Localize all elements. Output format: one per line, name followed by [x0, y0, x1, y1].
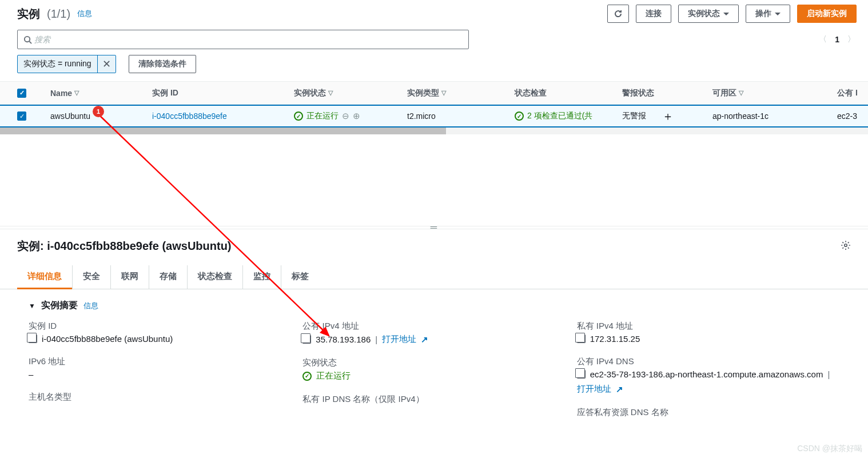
label-public-ipv4: 公有 IPv4 地址: [302, 321, 565, 332]
summary-heading: 实例摘要: [41, 300, 78, 312]
search-box[interactable]: [17, 30, 469, 49]
remove-filter-icon[interactable]: ✕: [98, 58, 116, 70]
detail-tabs: 详细信息 安全 联网 存储 状态检查 监控 标签: [0, 265, 868, 289]
copy-icon[interactable]: [29, 334, 37, 343]
table-header: ✓ Name▽ 实例 ID 实例状态▽ 实例类型▽ 状态检查 警报状态 可用区▽…: [0, 82, 868, 105]
connect-button[interactable]: 连接: [636, 5, 671, 23]
copy-icon[interactable]: [577, 334, 586, 343]
instance-count: (1/1): [47, 7, 70, 21]
grip-icon: ═: [431, 222, 437, 233]
external-link-icon: ↗: [616, 384, 623, 395]
caret-down-icon: [775, 13, 781, 15]
col-public[interactable]: 公有 I: [837, 88, 868, 98]
cell-type: t2.micro: [407, 111, 515, 121]
summary-info-link[interactable]: 信息: [83, 301, 98, 311]
prev-page[interactable]: 〈: [819, 34, 827, 45]
settings-icon[interactable]: [841, 240, 851, 252]
refresh-button[interactable]: [607, 5, 629, 23]
label-state: 实例状态: [302, 357, 565, 368]
col-status-check[interactable]: 状态检查: [515, 88, 622, 98]
table-row[interactable]: ✓ awsUbuntu i-040cc5fbb88be9efe ✓ 正在运行 ⊖…: [0, 105, 868, 128]
value-instance-id: i-040cc5fbb88be9efe (awsUbuntu): [42, 334, 173, 344]
status-ok-icon: ✓: [302, 372, 312, 381]
actions-menu[interactable]: 操作: [746, 5, 790, 23]
open-address-link[interactable]: 打开地址: [577, 384, 611, 395]
pager: 〈 1 〉: [819, 34, 855, 45]
col-state[interactable]: 实例状态▽: [294, 88, 407, 98]
tab-monitoring[interactable]: 监控: [242, 265, 281, 289]
caret-down-icon: [723, 13, 729, 15]
value-ipv6: –: [29, 369, 291, 379]
label-hostname-type: 主机名类型: [29, 392, 291, 403]
svg-point-1: [845, 244, 847, 247]
search-input[interactable]: [34, 35, 463, 44]
col-id[interactable]: 实例 ID: [152, 88, 294, 98]
value-public-dns: ec2-35-78-193-186.ap-northeast-1.compute…: [590, 369, 823, 379]
col-type[interactable]: 实例类型▽: [407, 88, 515, 98]
zoom-in-icon[interactable]: ⊕: [353, 111, 360, 121]
value-private-ipv4: 172.31.15.25: [590, 334, 640, 344]
tab-details[interactable]: 详细信息: [17, 265, 72, 289]
next-page[interactable]: 〉: [847, 34, 855, 45]
collapse-icon[interactable]: ▼: [29, 302, 35, 310]
cell-instance-id[interactable]: i-040cc5fbb88be9efe: [152, 111, 227, 121]
tab-security[interactable]: 安全: [72, 265, 110, 289]
value-state: 正在运行: [316, 371, 351, 381]
copy-icon[interactable]: [577, 370, 586, 379]
cell-status-check: 2 项检查已通过(共: [527, 111, 592, 121]
row-checkbox[interactable]: ✓: [17, 111, 26, 121]
label-private-ipv4: 私有 IPv4 地址: [577, 321, 839, 332]
label-ipv6: IPv6 地址: [29, 356, 291, 367]
external-link-icon: ↗: [421, 334, 428, 345]
tab-status-checks[interactable]: 状态检查: [187, 265, 242, 289]
col-name[interactable]: Name▽: [50, 89, 152, 98]
cell-alarm: 无警报: [622, 111, 646, 121]
add-alarm-icon[interactable]: ＋: [662, 109, 674, 124]
launch-instance-button[interactable]: 启动新实例: [797, 5, 857, 23]
instance-state-menu[interactable]: 实例状态: [678, 5, 739, 23]
copy-icon[interactable]: [302, 335, 311, 344]
annotation-badge: 1: [93, 106, 104, 117]
page-number: 1: [835, 35, 839, 44]
cell-az: ap-northeast-1c: [712, 111, 837, 121]
open-address-link[interactable]: 打开地址: [382, 334, 416, 345]
tab-storage[interactable]: 存储: [149, 265, 187, 289]
info-link[interactable]: 信息: [77, 9, 92, 19]
value-public-ipv4: 35.78.193.186: [316, 334, 371, 344]
label-public-dns: 公有 IPv4 DNS: [577, 356, 839, 367]
tab-tags[interactable]: 标签: [281, 265, 319, 289]
cell-public: ec2-3: [837, 111, 868, 121]
clear-filters-button[interactable]: 清除筛选条件: [129, 55, 196, 73]
search-icon: [23, 35, 32, 44]
horizontal-scrollbar[interactable]: [0, 128, 868, 134]
label-private-dns: 私有 IP DNS 名称（仅限 IPv4）: [302, 394, 565, 405]
select-all-checkbox[interactable]: ✓: [17, 89, 26, 98]
label-instance-id: 实例 ID: [29, 321, 291, 332]
col-az[interactable]: 可用区▽: [712, 88, 837, 98]
watermark: CSDN @抹茶好喝: [797, 444, 862, 454]
page-title: 实例: [17, 6, 40, 22]
filter-chip[interactable]: 实例状态 = running ✕: [17, 55, 116, 73]
zoom-out-icon[interactable]: ⊖: [342, 111, 349, 121]
tab-networking[interactable]: 联网: [110, 265, 149, 289]
status-ok-icon: ✓: [294, 111, 303, 121]
label-answer-dns: 应答私有资源 DNS 名称: [577, 407, 839, 418]
detail-title: 实例: i-040cc5fbb88be9efe (awsUbuntu): [17, 238, 232, 254]
col-alarm[interactable]: 警报状态: [622, 88, 712, 98]
status-ok-icon: ✓: [515, 111, 524, 121]
filter-chip-text: 实例状态 = running: [18, 55, 98, 73]
cell-state: 正在运行: [306, 111, 339, 121]
svg-point-0: [25, 36, 30, 41]
